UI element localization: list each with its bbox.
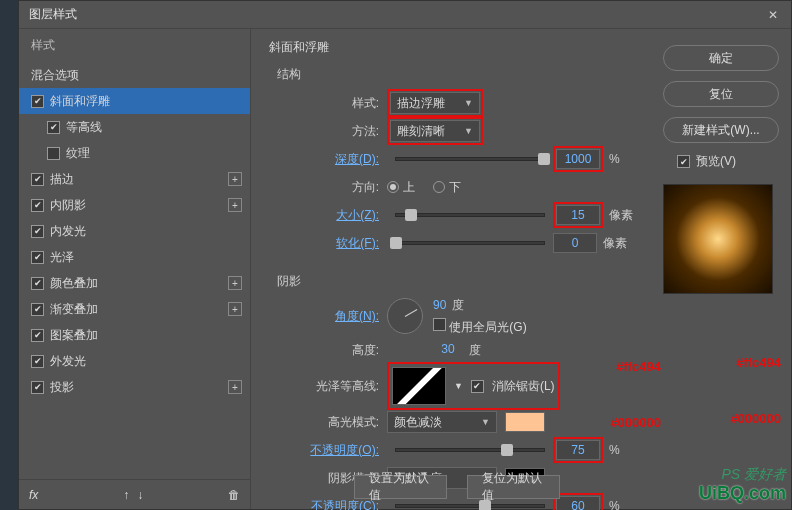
style-item-7[interactable]: 颜色叠加+: [19, 270, 250, 296]
layer-style-dialog: 图层样式 ✕ 样式 混合选项 斜面和浮雕等高线纹理描边+内阴影+内发光光泽颜色叠…: [18, 0, 792, 510]
style-checkbox[interactable]: [31, 329, 44, 342]
style-checkbox[interactable]: [31, 95, 44, 108]
style-checkbox[interactable]: [31, 225, 44, 238]
chevron-down-icon: ▼: [464, 126, 473, 136]
style-checkbox[interactable]: [31, 199, 44, 212]
style-label: 外发光: [50, 353, 86, 370]
style-checkbox[interactable]: [47, 147, 60, 160]
ok-button[interactable]: 确定: [663, 45, 779, 71]
annotation-shadow-color: #000000: [730, 411, 781, 426]
annotation-highlight-color: #ffc494: [736, 355, 781, 370]
gloss-label: 光泽等高线:: [277, 378, 387, 395]
style-label: 斜面和浮雕: [50, 93, 110, 110]
arrow-down-icon[interactable]: ↓: [137, 488, 143, 502]
arrow-up-icon[interactable]: ↑: [123, 488, 129, 502]
technique-label: 方法:: [277, 123, 387, 140]
soften-slider[interactable]: [395, 241, 545, 245]
dialog-title: 图层样式: [29, 6, 77, 23]
styles-footer: fx ↑ ↓ 🗑: [19, 479, 250, 509]
direction-up-radio[interactable]: [387, 181, 399, 193]
style-label: 描边: [50, 171, 74, 188]
highlight-opacity-input[interactable]: 75: [556, 440, 600, 460]
soften-input[interactable]: 0: [553, 233, 597, 253]
angle-input[interactable]: 90: [433, 298, 446, 312]
fx-label[interactable]: fx: [29, 488, 38, 502]
style-item-1[interactable]: 等高线: [19, 114, 250, 140]
highlight-mode-dropdown[interactable]: 颜色减淡▼: [387, 411, 497, 433]
direction-down-radio[interactable]: [433, 181, 445, 193]
style-item-3[interactable]: 描边+: [19, 166, 250, 192]
style-item-10[interactable]: 外发光: [19, 348, 250, 374]
highlight-mode-label: 高光模式:: [277, 414, 387, 431]
highlight-opacity-label[interactable]: 不透明度(O):: [277, 442, 387, 459]
add-effect-icon[interactable]: +: [228, 302, 242, 316]
depth-label[interactable]: 深度(D):: [277, 151, 387, 168]
style-checkbox[interactable]: [31, 355, 44, 368]
style-checkbox[interactable]: [31, 303, 44, 316]
preview-swatch: [663, 184, 773, 294]
style-label: 纹理: [66, 145, 90, 162]
titlebar: 图层样式 ✕: [19, 1, 791, 29]
style-label: 内发光: [50, 223, 86, 240]
style-checkbox[interactable]: [31, 173, 44, 186]
style-item-8[interactable]: 渐变叠加+: [19, 296, 250, 322]
chevron-down-icon: ▼: [464, 98, 473, 108]
soften-label[interactable]: 软化(F):: [277, 235, 387, 252]
angle-label[interactable]: 角度(N):: [277, 308, 387, 325]
depth-slider[interactable]: [395, 157, 545, 161]
direction-label: 方向:: [277, 179, 387, 196]
add-effect-icon[interactable]: +: [228, 198, 242, 212]
gloss-contour-picker[interactable]: [392, 367, 446, 405]
global-light-checkbox[interactable]: [433, 318, 446, 331]
style-checkbox[interactable]: [31, 381, 44, 394]
style-label: 等高线: [66, 119, 102, 136]
new-style-button[interactable]: 新建样式(W)...: [663, 117, 779, 143]
style-dropdown[interactable]: 描边浮雕▼: [390, 92, 480, 114]
shading-title: 阴影: [277, 273, 649, 290]
styles-header: 样式: [19, 29, 250, 62]
style-item-4[interactable]: 内阴影+: [19, 192, 250, 218]
style-item-6[interactable]: 光泽: [19, 244, 250, 270]
highlight-opacity-slider[interactable]: [395, 448, 545, 452]
depth-input[interactable]: 1000: [556, 149, 600, 169]
reset-default-button[interactable]: 复位为默认值: [467, 475, 560, 499]
style-label: 内阴影: [50, 197, 86, 214]
annotation-hi: #ffc494: [616, 359, 661, 374]
chevron-down-icon[interactable]: ▼: [454, 381, 463, 391]
add-effect-icon[interactable]: +: [228, 276, 242, 290]
main-panel: 斜面和浮雕 结构 样式: 描边浮雕▼ 方法: 雕刻清晰▼ 深度(D): 1000…: [251, 29, 663, 509]
annotation-sh: #000000: [610, 415, 661, 430]
shadow-opacity-slider[interactable]: [395, 504, 545, 508]
style-checkbox[interactable]: [31, 277, 44, 290]
add-effect-icon[interactable]: +: [228, 380, 242, 394]
size-input[interactable]: 15: [556, 205, 600, 225]
style-item-0[interactable]: 斜面和浮雕: [19, 88, 250, 114]
cancel-button[interactable]: 复位: [663, 81, 779, 107]
style-checkbox[interactable]: [31, 251, 44, 264]
highlight-color-swatch[interactable]: [505, 412, 545, 432]
structure-title: 结构: [277, 66, 649, 83]
style-item-9[interactable]: 图案叠加: [19, 322, 250, 348]
add-effect-icon[interactable]: +: [228, 172, 242, 186]
set-default-button[interactable]: 设置为默认值: [354, 475, 447, 499]
style-checkbox[interactable]: [47, 121, 60, 134]
preview-checkbox[interactable]: [677, 155, 690, 168]
blending-options[interactable]: 混合选项: [19, 62, 250, 88]
altitude-label: 高度:: [277, 342, 387, 359]
watermark-text: PS 爱好者: [721, 466, 786, 484]
shadow-opacity-input[interactable]: 60: [556, 496, 600, 510]
style-label: 投影: [50, 379, 74, 396]
style-item-11[interactable]: 投影+: [19, 374, 250, 400]
altitude-input[interactable]: 30: [433, 340, 463, 360]
style-item-2[interactable]: 纹理: [19, 140, 250, 166]
right-column: 确定 复位 新建样式(W)... 预览(V): [663, 29, 791, 509]
watermark-url: UiBQ.com: [699, 483, 786, 504]
style-item-5[interactable]: 内发光: [19, 218, 250, 244]
technique-dropdown[interactable]: 雕刻清晰▼: [390, 120, 480, 142]
trash-icon[interactable]: 🗑: [228, 488, 240, 502]
angle-dial[interactable]: [387, 298, 423, 334]
size-label[interactable]: 大小(Z):: [277, 207, 387, 224]
close-icon[interactable]: ✕: [765, 7, 781, 23]
antialias-checkbox[interactable]: [471, 380, 484, 393]
size-slider[interactable]: [395, 213, 545, 217]
